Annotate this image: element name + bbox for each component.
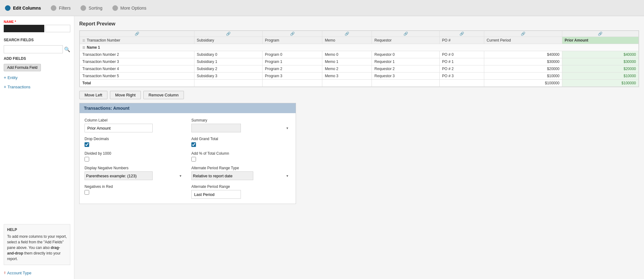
- table-row: Transaction Number 4 Subsidiary 2 Progra…: [80, 65, 639, 73]
- nav-sorting[interactable]: Sorting: [80, 5, 102, 11]
- txn-col-header[interactable]: ☰ Transaction Number: [80, 37, 194, 44]
- current-col-icon-cell: 🔗: [484, 31, 562, 37]
- req-cell: Requestor 0: [372, 51, 439, 58]
- display-neg-select-wrapper: Parentheses example: (123) Minus Sign ex…: [85, 171, 184, 180]
- prior-col-header[interactable]: Prior Amount: [562, 37, 638, 44]
- column-label-field: Column Label: [85, 118, 184, 132]
- table-row: Transaction Number 5 Subsidiary 3 Progra…: [80, 73, 639, 80]
- negatives-in-red-checkbox-row: [85, 190, 184, 195]
- negatives-in-red-checkbox[interactable]: [85, 190, 89, 195]
- filters-label: Filters: [59, 6, 71, 11]
- txn-cell: Transaction Number 5: [80, 73, 194, 80]
- name-row-cell: ☰ Name 1: [80, 44, 639, 51]
- column-label-label: Column Label: [85, 118, 184, 122]
- memo-cell: Memo 0: [322, 51, 372, 58]
- negatives-in-red-field: Negatives in Red: [85, 184, 184, 199]
- po-col-icon-cell: 🔗: [439, 31, 484, 37]
- prior-cell: $40000: [562, 51, 638, 58]
- entity-label: Entity: [7, 75, 18, 80]
- name-row-label: Name 1: [87, 45, 100, 50]
- alt-period-range-input[interactable]: [191, 190, 241, 199]
- summary-select[interactable]: Sum Average Count: [191, 124, 241, 132]
- divided-by-1000-checkbox[interactable]: [85, 157, 89, 162]
- prior-cell: $30000: [562, 58, 638, 65]
- add-grand-total-field: Add Grand Total: [191, 137, 291, 147]
- transactions-field-item[interactable]: + Transactions: [4, 84, 70, 90]
- move-left-button[interactable]: Move Left: [79, 91, 107, 99]
- prog-col-icon-cell: 🔗: [262, 31, 322, 37]
- nav-edit-columns[interactable]: Edit Columns: [5, 5, 41, 11]
- alt-period-range-type-select[interactable]: Relative to report date Fixed: [191, 171, 253, 180]
- filters-circle: [51, 5, 56, 11]
- prior-cell: $10000: [562, 73, 638, 80]
- column-label-input[interactable]: [85, 124, 153, 132]
- sub-col-header[interactable]: Subsidiary: [194, 37, 262, 44]
- search-input[interactable]: [4, 45, 63, 53]
- req-cell: Requestor 3: [372, 73, 439, 80]
- account-type-item[interactable]: ☦ Account Type: [4, 271, 70, 275]
- add-pct-checkbox[interactable]: [191, 157, 196, 162]
- name-section: NAME *: [4, 20, 70, 32]
- name-row-drag-handle: ☰: [82, 46, 85, 49]
- transactions-label: Transactions: [7, 85, 30, 89]
- prior-cell: $20000: [562, 65, 638, 73]
- summary-label: Summary: [191, 118, 291, 122]
- move-right-button[interactable]: Move Right: [110, 91, 141, 99]
- po-cell: PO # 0: [439, 51, 484, 58]
- req-cell: Requestor 2: [372, 65, 439, 73]
- summary-select-wrapper: Sum Average Count: [191, 124, 291, 132]
- negatives-in-red-label: Negatives in Red: [85, 184, 184, 189]
- sorting-label: Sorting: [89, 6, 102, 11]
- memo-col-icon: 🔗: [345, 32, 349, 36]
- drop-decimals-checkbox[interactable]: [85, 142, 89, 147]
- prog-col-header[interactable]: Program: [262, 37, 322, 44]
- column-editor-body: Column Label Summary Sum Average Count: [80, 113, 296, 204]
- po-cell: PO # 3: [439, 73, 484, 80]
- column-editor-header: Transactions: Amount: [80, 103, 296, 113]
- table-row: Transaction Number 3 Subsidiary 1 Progra…: [80, 58, 639, 65]
- sidebar: NAME * SEARCH FIELDS 🔍 ADD FIELDS Add Fo…: [0, 16, 74, 279]
- top-navigation: Edit Columns Filters Sorting More Option…: [0, 0, 644, 16]
- current-cell: $20000: [484, 65, 562, 73]
- sub-col-icon-cell: 🔗: [194, 31, 262, 37]
- txn-cell: Transaction Number 4: [80, 65, 194, 73]
- prog-cell: Program 0: [262, 51, 322, 58]
- entity-field-item[interactable]: + Entity: [4, 74, 70, 81]
- alt-period-range-label: Alternate Period Range: [191, 184, 291, 189]
- memo-col-icon-cell: 🔗: [322, 31, 372, 37]
- alt-period-range-type-select-wrapper: Relative to report date Fixed: [191, 171, 291, 180]
- table-row: Transaction Number 2 Subsidiary 0 Progra…: [80, 51, 639, 58]
- remove-column-button[interactable]: Remove Column: [143, 91, 184, 99]
- name-text-input[interactable]: [46, 25, 70, 32]
- total-label: Total: [80, 80, 194, 87]
- alt-period-range-type-label: Alternate Period Range Type: [191, 166, 291, 170]
- prior-col-icon-cell: 🔗: [562, 31, 638, 37]
- help-title: HELP: [7, 228, 67, 232]
- memo-cell: Memo 2: [322, 65, 372, 73]
- txn-cell: Transaction Number 2: [80, 51, 194, 58]
- prog-cell: Program 3: [262, 73, 322, 80]
- entity-plus-icon: +: [4, 75, 6, 80]
- content-area: Report Preview 🔗 🔗 🔗 🔗 🔗 🔗 🔗 🔗: [74, 16, 644, 279]
- nav-more-options[interactable]: More Options: [112, 5, 146, 11]
- current-col-icon: 🔗: [521, 32, 525, 36]
- main-layout: NAME * SEARCH FIELDS 🔍 ADD FIELDS Add Fo…: [0, 16, 644, 279]
- txn-col-icon: 🔗: [135, 32, 139, 36]
- req-cell: Requestor 1: [372, 58, 439, 65]
- header-row: ☰ Transaction Number Subsidiary Program …: [80, 37, 639, 44]
- add-formula-field-button[interactable]: Add Formula Field: [4, 64, 41, 71]
- search-button[interactable]: 🔍: [64, 46, 70, 52]
- name-row: ☰ Name 1: [80, 44, 639, 51]
- req-col-header[interactable]: Requestor: [372, 37, 439, 44]
- nav-filters[interactable]: Filters: [51, 5, 71, 11]
- search-row: 🔍: [4, 45, 70, 53]
- more-options-circle: [112, 5, 118, 11]
- memo-col-header[interactable]: Memo: [322, 37, 372, 44]
- add-grand-total-checkbox[interactable]: [191, 142, 196, 147]
- display-neg-select[interactable]: Parentheses example: (123) Minus Sign ex…: [85, 171, 153, 180]
- po-col-header[interactable]: PO #: [439, 37, 484, 44]
- display-neg-label: Display Negative Numbers: [85, 166, 184, 170]
- current-col-header[interactable]: Current Period: [484, 37, 562, 44]
- prog-col-icon: 🔗: [290, 32, 295, 36]
- add-pct-label: Add % of Total Column: [191, 151, 291, 156]
